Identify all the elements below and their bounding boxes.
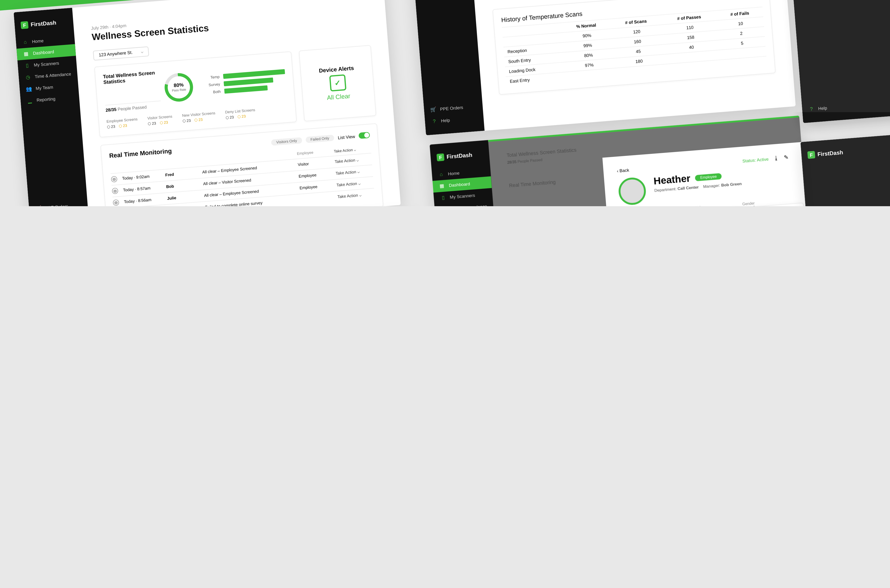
employee-avatar xyxy=(617,177,647,206)
filter-failed[interactable]: Failed Only xyxy=(305,135,334,143)
help-icon: ? xyxy=(431,118,437,124)
stats-card: Total Wellness Screen Statistics 28/35 P… xyxy=(94,51,297,137)
stat-block: Deny List Screens ⬡ 23⬡ 23 xyxy=(225,108,256,119)
shield-check-icon: ✓ xyxy=(329,74,346,91)
scanner-icon: ▯ xyxy=(24,63,30,69)
device-alerts-card: Device Alerts ✓ All Clear xyxy=(299,45,377,121)
pin-icon: ◎ xyxy=(112,187,119,194)
pin-icon: ◎ xyxy=(111,176,117,182)
edit-icon[interactable]: ✎ xyxy=(783,154,789,160)
team-icon: 👥 xyxy=(26,86,32,92)
back-button[interactable]: ‹ Back xyxy=(617,168,629,173)
download-icon[interactable]: ⭳ xyxy=(773,155,779,162)
dashboard-icon: ▦ xyxy=(23,51,29,57)
take-action[interactable]: Take Action ⌵ xyxy=(335,156,372,164)
clock-icon: ◷ xyxy=(25,74,31,80)
cart-icon: 🛒 xyxy=(430,106,437,112)
passrate-ring: 80%Pass Rate xyxy=(164,72,194,102)
role-badge: Employee xyxy=(695,173,722,182)
employee-field: Date of BirthApril 2nd, 1983 xyxy=(681,203,732,206)
pin-icon: ◎ xyxy=(113,199,119,206)
stat-block: Employee Screens ⬡ 23⬡ 23 xyxy=(107,117,138,129)
take-action[interactable]: Take Action ⌵ xyxy=(337,191,375,199)
listview-toggle[interactable] xyxy=(359,132,370,139)
cart-icon: 🛒 xyxy=(35,206,42,206)
location-select[interactable]: 123 Anywhere St. xyxy=(93,46,149,60)
home-icon: ⌂ xyxy=(22,39,29,45)
filter-visitors[interactable]: Visitors Only xyxy=(271,137,302,146)
chart-icon: ▁ xyxy=(27,98,33,104)
take-action[interactable]: Take Action ⌵ xyxy=(336,180,374,188)
stat-block: Visitor Screens ⬡ 23⬡ 23 xyxy=(147,114,173,125)
stat-block: New Visitor Screens ⬡ 23⬡ 23 xyxy=(182,111,216,123)
rtm-card: Real Time Monitoring Visitors Only Faile… xyxy=(101,123,384,206)
take-action[interactable]: Take Action ⌵ xyxy=(335,168,373,176)
stats-bars: Temp Survey Both xyxy=(203,69,286,95)
